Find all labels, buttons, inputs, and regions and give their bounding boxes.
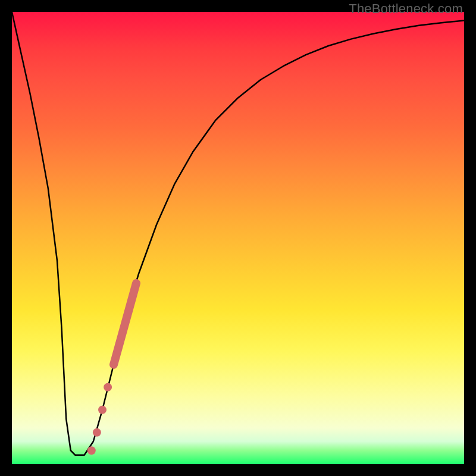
bottleneck-curve — [12, 12, 464, 455]
segment-pink — [114, 283, 136, 365]
chart-frame: TheBottleneck.com — [0, 0, 476, 476]
dot-4 — [87, 446, 96, 455]
chart-svg — [12, 12, 464, 464]
markers-layer — [87, 283, 136, 455]
dot-2 — [98, 406, 107, 414]
plot-area — [12, 12, 464, 464]
dot-3 — [93, 428, 101, 437]
dot-1 — [104, 383, 112, 392]
watermark-text: TheBottleneck.com — [349, 1, 463, 17]
